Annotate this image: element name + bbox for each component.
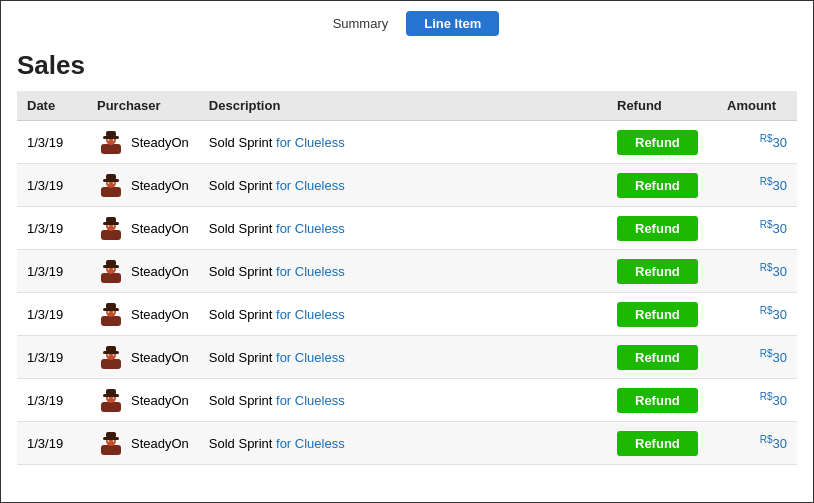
avatar-icon — [97, 128, 125, 156]
avatar-icon — [97, 300, 125, 328]
svg-point-29 — [113, 311, 115, 313]
cell-purchaser: SteadyOn — [87, 293, 199, 336]
svg-rect-45 — [106, 432, 116, 438]
svg-point-34 — [108, 354, 110, 356]
avatar-icon — [97, 171, 125, 199]
svg-point-16 — [108, 225, 110, 227]
svg-point-41 — [113, 397, 115, 399]
refund-button[interactable]: Refund — [617, 302, 698, 327]
table-row: 1/3/19 SteadyOnSold Sprint for CluelessR… — [17, 336, 797, 379]
refund-button[interactable]: Refund — [617, 130, 698, 155]
avatar-icon — [97, 257, 125, 285]
svg-rect-12 — [101, 230, 121, 240]
cell-purchaser: SteadyOn — [87, 336, 199, 379]
table-row: 1/3/19 SteadyOnSold Sprint for CluelessR… — [17, 121, 797, 164]
cell-description: Sold Sprint for Clueless — [199, 336, 607, 379]
svg-point-17 — [113, 225, 115, 227]
svg-point-35 — [113, 354, 115, 356]
svg-point-11 — [113, 182, 115, 184]
cell-amount: R$30 — [717, 164, 797, 207]
svg-rect-36 — [101, 402, 121, 412]
purchaser-name: SteadyOn — [131, 264, 189, 279]
cell-amount: R$30 — [717, 207, 797, 250]
cell-date: 1/3/19 — [17, 379, 87, 422]
description-link[interactable]: for Clueless — [276, 350, 345, 365]
cell-refund: Refund — [607, 293, 717, 336]
table-row: 1/3/19 SteadyOnSold Sprint for CluelessR… — [17, 164, 797, 207]
svg-rect-9 — [106, 174, 116, 180]
cell-date: 1/3/19 — [17, 121, 87, 164]
cell-refund: Refund — [607, 164, 717, 207]
refund-button[interactable]: Refund — [617, 216, 698, 241]
table-row: 1/3/19 SteadyOnSold Sprint for CluelessR… — [17, 379, 797, 422]
refund-button[interactable]: Refund — [617, 259, 698, 284]
purchaser-name: SteadyOn — [131, 307, 189, 322]
cell-date: 1/3/19 — [17, 250, 87, 293]
tab-lineitem[interactable]: Line Item — [406, 11, 499, 36]
svg-rect-15 — [106, 217, 116, 223]
svg-point-23 — [113, 268, 115, 270]
main-container: Summary Line Item Sales Date Purchaser D… — [0, 0, 814, 503]
description-link[interactable]: for Clueless — [276, 221, 345, 236]
svg-rect-21 — [106, 260, 116, 266]
tab-summary[interactable]: Summary — [315, 11, 407, 36]
cell-refund: Refund — [607, 250, 717, 293]
purchaser-name: SteadyOn — [131, 436, 189, 451]
svg-point-4 — [108, 139, 110, 141]
svg-point-28 — [108, 311, 110, 313]
svg-rect-3 — [106, 131, 116, 137]
svg-rect-30 — [101, 359, 121, 369]
purchaser-name: SteadyOn — [131, 393, 189, 408]
svg-rect-42 — [101, 445, 121, 455]
cell-description: Sold Sprint for Clueless — [199, 379, 607, 422]
refund-button[interactable]: Refund — [617, 345, 698, 370]
refund-button[interactable]: Refund — [617, 388, 698, 413]
description-link[interactable]: for Clueless — [276, 178, 345, 193]
cell-description: Sold Sprint for Clueless — [199, 207, 607, 250]
cell-date: 1/3/19 — [17, 293, 87, 336]
description-link[interactable]: for Clueless — [276, 393, 345, 408]
col-header-date: Date — [17, 91, 87, 121]
svg-rect-6 — [101, 187, 121, 197]
cell-amount: R$30 — [717, 379, 797, 422]
col-header-refund: Refund — [607, 91, 717, 121]
cell-refund: Refund — [607, 422, 717, 465]
description-link[interactable]: for Clueless — [276, 436, 345, 451]
cell-refund: Refund — [607, 336, 717, 379]
table-row: 1/3/19 SteadyOnSold Sprint for CluelessR… — [17, 250, 797, 293]
col-header-purchaser: Purchaser — [87, 91, 199, 121]
refund-button[interactable]: Refund — [617, 173, 698, 198]
description-link[interactable]: for Clueless — [276, 135, 345, 150]
cell-description: Sold Sprint for Clueless — [199, 422, 607, 465]
cell-purchaser: SteadyOn — [87, 121, 199, 164]
col-header-amount: Amount — [717, 91, 797, 121]
svg-rect-24 — [101, 316, 121, 326]
cell-amount: R$30 — [717, 121, 797, 164]
description-link[interactable]: for Clueless — [276, 307, 345, 322]
page-title: Sales — [17, 50, 797, 81]
cell-purchaser: SteadyOn — [87, 164, 199, 207]
purchaser-name: SteadyOn — [131, 178, 189, 193]
cell-refund: Refund — [607, 379, 717, 422]
avatar-icon — [97, 429, 125, 457]
svg-point-22 — [108, 268, 110, 270]
cell-amount: R$30 — [717, 250, 797, 293]
sales-table: Date Purchaser Description Refund Amount… — [17, 91, 797, 465]
svg-point-46 — [108, 440, 110, 442]
cell-refund: Refund — [607, 121, 717, 164]
cell-date: 1/3/19 — [17, 422, 87, 465]
svg-rect-0 — [101, 144, 121, 154]
refund-button[interactable]: Refund — [617, 431, 698, 456]
avatar-icon — [97, 214, 125, 242]
col-header-description: Description — [199, 91, 607, 121]
svg-rect-33 — [106, 346, 116, 352]
cell-description: Sold Sprint for Clueless — [199, 250, 607, 293]
svg-rect-27 — [106, 303, 116, 309]
cell-refund: Refund — [607, 207, 717, 250]
svg-rect-18 — [101, 273, 121, 283]
table-row: 1/3/19 SteadyOnSold Sprint for CluelessR… — [17, 293, 797, 336]
table-row: 1/3/19 SteadyOnSold Sprint for CluelessR… — [17, 207, 797, 250]
cell-description: Sold Sprint for Clueless — [199, 164, 607, 207]
description-link[interactable]: for Clueless — [276, 264, 345, 279]
table-row: 1/3/19 SteadyOnSold Sprint for CluelessR… — [17, 422, 797, 465]
